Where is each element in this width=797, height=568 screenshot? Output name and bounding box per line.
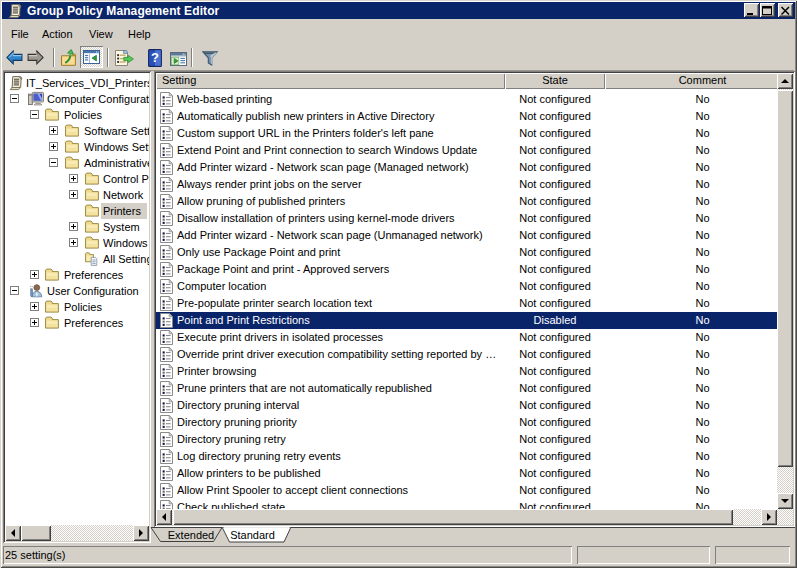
svg-text:Extended: Extended [168,529,214,541]
svg-text:Standard: Standard [230,529,275,541]
svg-text:?: ? [151,50,159,65]
